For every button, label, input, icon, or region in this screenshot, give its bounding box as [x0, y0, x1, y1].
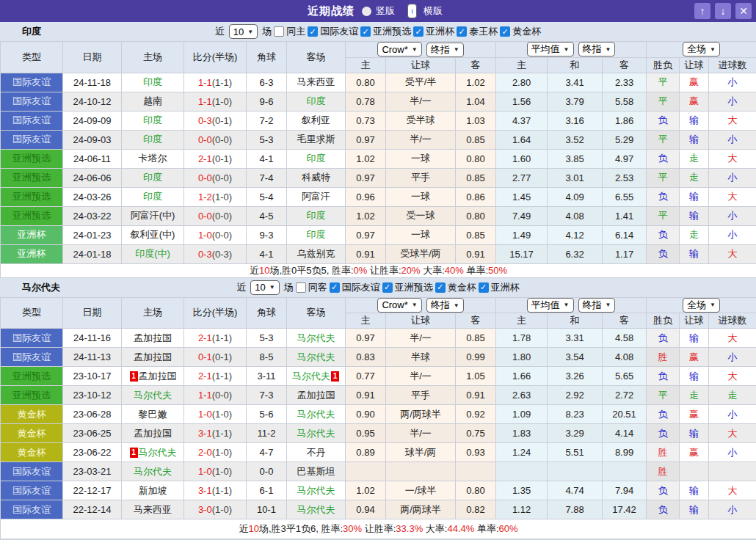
sub-column-header: 胜负	[647, 57, 680, 73]
odds-time-select[interactable]: 终指▼	[426, 43, 464, 57]
move-down-button[interactable]: ↓	[715, 3, 731, 19]
result-winloss: 平	[647, 130, 680, 149]
odds-time-select[interactable]: 终指▼	[426, 298, 464, 313]
away-team-name: 马来西亚	[297, 76, 335, 87]
crow-odds-group: Crow*▼终指▼	[346, 297, 496, 313]
fulltime-score: 0-0	[198, 134, 212, 145]
average-select[interactable]: 平均值▼	[527, 298, 574, 313]
move-up-button[interactable]: ↑	[694, 3, 710, 19]
away-team-name: 科威特	[302, 172, 330, 183]
home-team-name: 新加坡	[139, 485, 167, 496]
horizontal-layout-radio[interactable]	[407, 4, 417, 18]
crow-away-odds: 0.92	[456, 405, 496, 424]
same-venue-checkbox[interactable]	[274, 26, 284, 37]
summary-segment: 10	[248, 523, 258, 534]
period-select-value: 全场	[687, 299, 706, 312]
match-date: 24-03-22	[63, 206, 122, 225]
match-count-select-value: 10	[233, 26, 244, 37]
odds-time-select[interactable]: 终指▼	[578, 298, 616, 313]
crow-handicap: 两/两球半	[386, 405, 456, 424]
match-row: 亚洲杯24-01-18印度(中)0-3(0-3)4-1乌兹别克0.91受球半/两…	[1, 244, 756, 263]
avg-home-odds: 2.80	[496, 73, 548, 92]
crow-home-odds: 0.94	[346, 500, 386, 519]
league-filter-checkbox[interactable]: ✓	[308, 26, 318, 37]
home-team: 马尔代夫	[122, 462, 184, 481]
crow-away-odds: 0.91	[456, 386, 496, 405]
league-filter-checkbox[interactable]: ✓	[500, 26, 510, 37]
result-handicap: 输	[680, 111, 709, 130]
halftime-score: (1-0)	[212, 96, 232, 107]
crow-home-odds: 0.83	[346, 348, 386, 367]
table-header: 类型日期主场比分(半场)角球客场Crow*▼终指▼平均值▼终指▼全场▼主让球客主…	[1, 297, 756, 329]
crow-away-odds: 0.85	[456, 329, 496, 348]
halftime-score: (1-0)	[212, 504, 232, 515]
result-handicap: 输	[680, 500, 709, 519]
match-date: 22-12-17	[63, 481, 122, 500]
away-team-name: 马尔代夫	[297, 332, 335, 343]
league-type-badge: 国际友谊	[1, 500, 63, 519]
corner-score: 5-3	[247, 130, 287, 149]
avg-away-odds: 2.53	[603, 168, 647, 187]
league-filter-checkbox[interactable]: ✓	[479, 282, 489, 293]
league-filter-checkbox[interactable]: ✓	[435, 282, 446, 293]
result-winloss: 负	[647, 367, 680, 386]
summary-text: 近10场,胜3平1负6, 胜率:30% 让胜率:33.3% 大率:44.4% 单…	[1, 519, 756, 539]
match-count-select[interactable]: 10▼	[250, 280, 279, 295]
league-filter-checkbox[interactable]: ✓	[413, 26, 424, 37]
period-select[interactable]: 全场▼	[683, 42, 720, 56]
fulltime-score: 1-0	[198, 466, 212, 477]
corner-score: 5-3	[247, 329, 287, 348]
fulltime-score: 0-0	[198, 211, 212, 222]
result-goals: 大	[709, 149, 756, 168]
bookmaker-select[interactable]: Crow*▼	[377, 42, 421, 56]
away-team: 巴基斯坦	[287, 462, 346, 481]
column-header: 类型	[1, 42, 63, 73]
summary-row: 近10场,胜3平1负6, 胜率:30% 让胜率:33.3% 大率:44.4% 单…	[1, 519, 756, 539]
fullmatch-group: 全场▼	[647, 42, 756, 58]
horizontal-layout-label[interactable]: 横版	[424, 4, 443, 18]
match-count-select[interactable]: 10▼	[229, 24, 258, 39]
bookmaker-select[interactable]: Crow*▼	[377, 298, 421, 313]
crow-home-odds	[346, 462, 386, 481]
away-team-name: 毛里求斯	[297, 134, 335, 145]
result-handicap: 赢	[680, 348, 709, 367]
result-handicap: 输	[680, 130, 709, 149]
crow-away-odds: 0.80	[456, 481, 496, 500]
fulltime-score: 1-0	[198, 409, 212, 420]
fulltime-score: 2-1	[198, 371, 212, 382]
vertical-layout-label[interactable]: 竖版	[376, 4, 395, 18]
match-count-select-value: 10	[255, 282, 265, 293]
home-team-name: 孟加拉国	[134, 428, 172, 439]
vertical-layout-radio[interactable]	[362, 7, 371, 16]
result-winloss: 平	[647, 73, 680, 92]
sub-column-header: 进球数	[709, 57, 756, 73]
halftime-score: (1-1)	[212, 77, 232, 88]
result-handicap: 输	[680, 481, 709, 500]
league-filter-label: 黄金杯	[512, 25, 541, 38]
chevron-down-icon: ▼	[269, 284, 275, 291]
crow-away-odds: 1.02	[456, 73, 496, 92]
home-team: 1马尔代夫	[122, 443, 184, 462]
period-select[interactable]: 全场▼	[683, 298, 720, 313]
league-filter-checkbox[interactable]: ✓	[330, 282, 340, 293]
match-row: 国际友谊24-11-16孟加拉国2-1(1-1)5-3马尔代夫0.97半/一0.…	[1, 329, 756, 348]
league-filter-checkbox[interactable]: ✓	[457, 26, 467, 37]
match-row: 国际友谊22-12-17新加坡3-1(1-1)6-1马尔代夫1.02一/球半0.…	[1, 481, 756, 500]
avg-away-odds: 6.14	[603, 225, 647, 244]
home-team: 孟加拉国	[122, 424, 184, 443]
close-button[interactable]: ✕	[735, 3, 752, 19]
average-odds-group: 平均值▼终指▼	[496, 297, 647, 313]
same-venue-checkbox[interactable]	[296, 282, 306, 293]
table-header: 类型日期主场比分(半场)角球客场Crow*▼终指▼平均值▼终指▼全场▼主让球客主…	[1, 42, 756, 73]
league-filter-checkbox[interactable]: ✓	[382, 282, 393, 293]
filter-bar: 印度 近10▼场同主✓国际友谊✓亚洲预选✓亚洲杯✓泰王杯✓黄金杯	[0, 22, 756, 41]
sub-column-header: 客	[603, 313, 647, 329]
summary-segment: 大率:	[421, 265, 445, 276]
league-filter-checkbox[interactable]: ✓	[360, 26, 371, 37]
odds-time-select[interactable]: 终指▼	[578, 42, 616, 56]
avg-draw-odds: 3.52	[548, 130, 603, 149]
average-select[interactable]: 平均值▼	[527, 42, 574, 56]
avg-away-odds: 2.33	[603, 73, 647, 92]
crow-away-odds: 0.75	[456, 424, 496, 443]
avg-draw-odds: 3.29	[548, 424, 603, 443]
